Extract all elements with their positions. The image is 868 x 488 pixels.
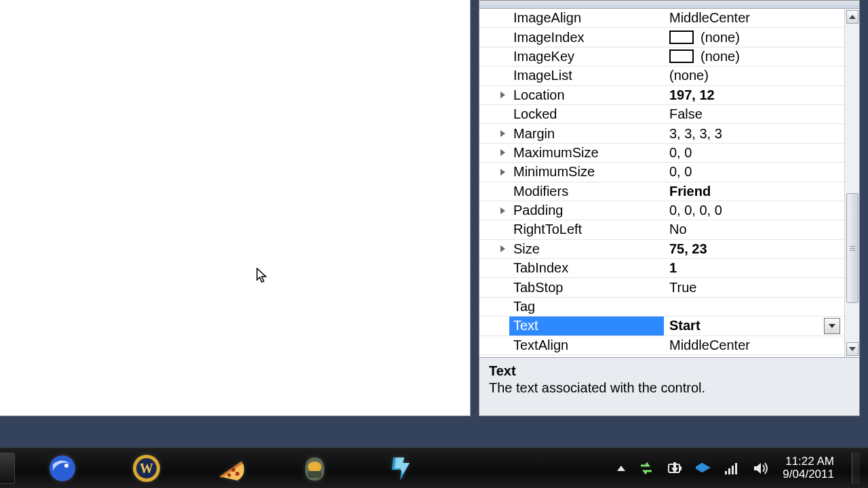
properties-toolbar[interactable] xyxy=(479,1,859,9)
sync-icon[interactable] xyxy=(639,462,654,475)
property-value[interactable]: True xyxy=(664,278,844,296)
property-name: ImageKey xyxy=(509,47,664,66)
system-tray: 11:22 AM 9/04/2011 xyxy=(617,453,868,484)
power-icon[interactable] xyxy=(667,461,682,476)
expand-gutter[interactable] xyxy=(479,86,509,104)
property-value[interactable]: (none) xyxy=(664,47,844,66)
property-name: ImageIndex xyxy=(509,28,664,46)
property-value[interactable]: 0, 0 xyxy=(664,163,844,181)
property-row-tabstop[interactable]: TabStopTrue xyxy=(479,278,844,297)
svg-point-8 xyxy=(308,462,321,472)
network-icon[interactable] xyxy=(724,462,739,475)
property-value-text: 0, 0 xyxy=(669,145,692,161)
property-name: TabStop xyxy=(509,278,664,296)
property-row-tag[interactable]: Tag xyxy=(479,298,844,317)
expand-gutter[interactable] xyxy=(479,201,509,220)
property-row-imageindex[interactable]: ImageIndex(none) xyxy=(479,28,844,47)
property-value-text: Friend xyxy=(669,184,711,199)
property-value-text: 1 xyxy=(669,260,677,276)
property-value[interactable]: MiddleCenter xyxy=(664,9,844,27)
property-value[interactable] xyxy=(664,298,844,316)
taskbar[interactable]: W 11:22 AM 9/04/2011 xyxy=(0,447,868,488)
expand-gutter[interactable] xyxy=(479,163,509,181)
property-value[interactable]: 75, 23 xyxy=(664,240,844,258)
property-row-locked[interactable]: LockedFalse xyxy=(479,105,844,124)
property-value[interactable]: (none) xyxy=(664,28,844,46)
image-swatch-icon xyxy=(669,49,694,63)
scroll-down-button[interactable] xyxy=(846,342,859,356)
property-value[interactable]: False xyxy=(664,105,844,123)
property-value-text: (none) xyxy=(701,49,740,64)
property-row-location[interactable]: Location197, 12 xyxy=(479,86,844,105)
expand-gutter xyxy=(479,278,509,296)
volume-icon[interactable] xyxy=(753,461,769,476)
property-row-margin[interactable]: Margin3, 3, 3, 3 xyxy=(479,124,844,143)
expand-gutter xyxy=(479,298,509,316)
pizza-icon[interactable] xyxy=(212,452,250,485)
expand-gutter xyxy=(479,182,509,201)
property-value[interactable]: Start xyxy=(664,317,844,335)
properties-grid[interactable]: ImageAlignMiddleCenterImageIndex(none)Im… xyxy=(479,9,844,357)
property-value-text: Start xyxy=(669,318,701,333)
property-value[interactable]: No xyxy=(664,220,844,239)
property-row-textalign[interactable]: TextAlignMiddleCenter xyxy=(479,336,844,355)
property-value-text: MiddleCenter xyxy=(669,10,750,26)
property-value[interactable]: MiddleCenter xyxy=(664,336,844,354)
property-value[interactable]: (none) xyxy=(664,66,844,85)
properties-panel: ImageAlignMiddleCenterImageIndex(none)Im… xyxy=(479,0,860,416)
dropbox-icon[interactable] xyxy=(696,461,711,476)
form-designer-surface[interactable] xyxy=(0,0,471,416)
svg-rect-9 xyxy=(308,471,321,478)
image-swatch-icon xyxy=(669,30,694,44)
property-value[interactable]: 0, 0, 0, 0 xyxy=(664,201,844,220)
thunderbird-icon[interactable] xyxy=(43,452,81,485)
scroll-up-button[interactable] xyxy=(846,10,859,24)
property-value[interactable]: 3, 3, 3, 3 xyxy=(664,124,844,142)
property-row-padding[interactable]: Padding0, 0, 0, 0 xyxy=(479,201,844,220)
expand-gutter[interactable] xyxy=(479,144,509,162)
svg-rect-15 xyxy=(735,463,737,474)
property-row-imagekey[interactable]: ImageKey(none) xyxy=(479,47,844,66)
wow-icon[interactable]: W xyxy=(127,452,165,485)
halo-icon[interactable] xyxy=(296,452,334,485)
property-value[interactable]: Friend xyxy=(664,182,844,201)
property-row-righttoleft[interactable]: RightToLeftNo xyxy=(479,220,844,239)
property-value[interactable]: 0, 0 xyxy=(664,144,844,162)
property-row-text[interactable]: TextStart xyxy=(479,317,844,336)
property-name: TabIndex xyxy=(509,259,664,277)
property-row-imagealign[interactable]: ImageAlignMiddleCenter xyxy=(479,9,844,28)
property-row-minimumsize[interactable]: MinimumSize0, 0 xyxy=(479,163,844,182)
taskbar-clock[interactable]: 11:22 AM 9/04/2011 xyxy=(783,455,834,481)
property-row-modifiers[interactable]: ModifiersFriend xyxy=(479,182,844,201)
property-row-imagelist[interactable]: ImageList(none) xyxy=(479,66,844,85)
svg-point-1 xyxy=(64,464,68,468)
property-name: Modifiers xyxy=(509,182,664,201)
value-dropdown-button[interactable] xyxy=(824,318,840,334)
property-row-tabindex[interactable]: TabIndex1 xyxy=(479,259,844,278)
property-row-maximumsize[interactable]: MaximumSize0, 0 xyxy=(479,144,844,163)
svg-text:W: W xyxy=(140,461,153,476)
grid-scrollbar[interactable] xyxy=(844,9,859,357)
expand-gutter[interactable] xyxy=(479,240,509,258)
start-button[interactable] xyxy=(0,453,15,484)
property-value-text: True xyxy=(669,280,696,296)
expand-gutter xyxy=(479,220,509,239)
property-value[interactable]: 197, 12 xyxy=(664,86,844,104)
property-value-text: (none) xyxy=(669,68,709,83)
property-row-size[interactable]: Size75, 23 xyxy=(479,240,844,259)
property-value-text: 75, 23 xyxy=(669,241,707,257)
chevron-down-icon xyxy=(829,324,835,328)
property-value-text: No xyxy=(669,222,687,237)
svg-point-7 xyxy=(228,473,231,476)
property-value[interactable]: 1 xyxy=(664,259,844,277)
scroll-thumb[interactable] xyxy=(846,193,859,303)
property-value-text: MiddleCenter xyxy=(669,338,750,353)
expand-gutter xyxy=(479,9,509,27)
show-desktop-button[interactable] xyxy=(852,453,860,484)
expand-gutter[interactable] xyxy=(479,124,509,142)
tray-overflow-icon[interactable] xyxy=(617,466,625,471)
property-name: Padding xyxy=(509,201,664,220)
property-value-text: (none) xyxy=(701,30,740,45)
property-name: Tag xyxy=(509,298,664,316)
starcraft-icon[interactable] xyxy=(380,452,418,485)
